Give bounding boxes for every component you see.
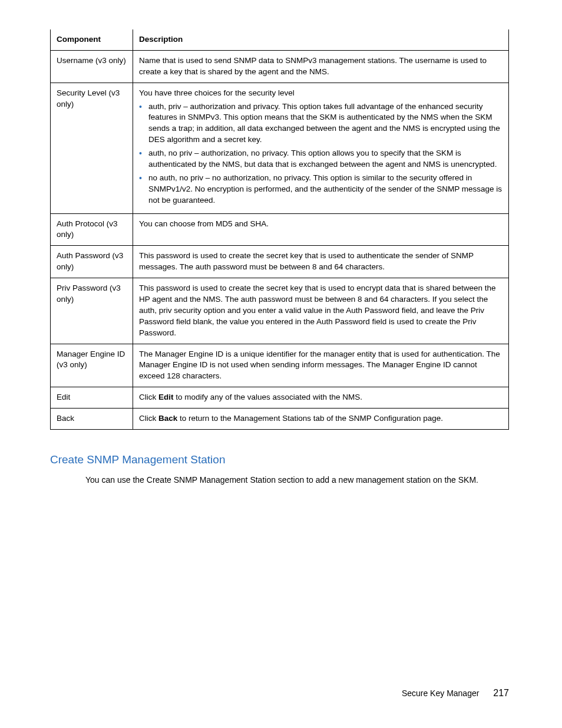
security-level-intro: You have three choices for the security … bbox=[139, 88, 295, 97]
cell-component: Auth Protocol (v3 only) bbox=[51, 213, 133, 246]
security-level-list: auth, priv – authorization and privacy. … bbox=[139, 101, 503, 206]
component-description-table: Component Description Username (v3 only)… bbox=[50, 29, 509, 430]
cell-description: The Manager Engine ID is a unique identi… bbox=[133, 344, 509, 387]
section-body: You can use the Create SNMP Management S… bbox=[50, 475, 509, 486]
table-row: Manager Engine ID (v3 only) The Manager … bbox=[51, 344, 509, 387]
cell-description: Name that is used to send SNMP data to S… bbox=[133, 50, 509, 83]
page-footer: Secure Key Manager 217 bbox=[402, 688, 509, 699]
cell-description: Click Edit to modify any of the values a… bbox=[133, 387, 509, 409]
cell-component: Back bbox=[51, 409, 133, 430]
table-row: Priv Password (v3 only) This password is… bbox=[51, 278, 509, 344]
table-row: Auth Password (v3 only) This password is… bbox=[51, 246, 509, 278]
cell-description: This password is used to create the secr… bbox=[133, 278, 509, 344]
footer-title: Secure Key Manager bbox=[402, 689, 480, 698]
cell-component: Security Level (v3 only) bbox=[51, 83, 133, 213]
cell-description: Click Back to return to the Management S… bbox=[133, 409, 509, 430]
cell-component: Priv Password (v3 only) bbox=[51, 278, 133, 344]
cell-description: You have three choices for the security … bbox=[133, 83, 509, 213]
cell-component: Manager Engine ID (v3 only) bbox=[51, 344, 133, 387]
cell-component: Auth Password (v3 only) bbox=[51, 246, 133, 278]
table-row: Auth Protocol (v3 only) You can choose f… bbox=[51, 213, 509, 246]
cell-description: This password is used to create the secr… bbox=[133, 246, 509, 278]
section-heading: Create SNMP Management Station bbox=[50, 453, 509, 466]
table-row: Username (v3 only) Name that is used to … bbox=[51, 50, 509, 83]
page: Component Description Username (v3 only)… bbox=[0, 0, 562, 728]
table-header-row: Component Description bbox=[51, 29, 509, 50]
table-row: Back Click Back to return to the Managem… bbox=[51, 409, 509, 430]
list-item: no auth, no priv – no authorization, no … bbox=[139, 173, 503, 206]
page-number: 217 bbox=[493, 688, 509, 698]
cell-description: You can choose from MD5 and SHA. bbox=[133, 213, 509, 246]
table-row: Security Level (v3 only) You have three … bbox=[51, 83, 509, 213]
cell-component: Edit bbox=[51, 387, 133, 409]
cell-component: Username (v3 only) bbox=[51, 50, 133, 83]
header-component: Component bbox=[51, 29, 133, 50]
table-row: Edit Click Edit to modify any of the val… bbox=[51, 387, 509, 409]
header-description: Description bbox=[133, 29, 509, 50]
list-item: auth, no priv – authorization, no privac… bbox=[139, 148, 503, 170]
list-item: auth, priv – authorization and privacy. … bbox=[139, 101, 503, 146]
